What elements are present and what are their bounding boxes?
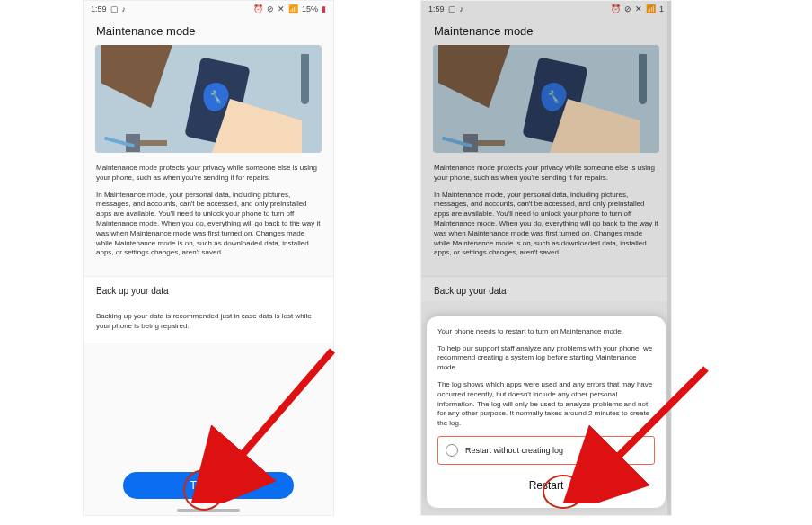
maintenance-illustration: 🔧 — [95, 45, 322, 153]
sheet-p2: To help our support staff analyze any pr… — [437, 344, 655, 373]
wrench-icon — [301, 54, 309, 104]
status-icon-media: ▢ — [448, 4, 456, 13]
mute-icon: ✕ — [278, 4, 285, 13]
dnd-icon: ⊘ — [267, 4, 274, 13]
backup-header: Back up your data — [84, 276, 333, 301]
description-p1: Maintenance mode protects your privacy w… — [96, 164, 321, 183]
wrench-icon — [639, 54, 647, 104]
backup-body: Backing up your data is recommended just… — [84, 301, 333, 343]
description-p1: Maintenance mode protects your privacy w… — [434, 164, 658, 183]
status-time: 1:59 — [91, 4, 107, 13]
status-icon-media: ▢ — [110, 4, 119, 13]
battery-text: 1 — [659, 4, 664, 13]
page-title: Maintenance mode — [421, 15, 671, 45]
sheet-p1: Your phone needs to restart to turn on M… — [437, 327, 655, 337]
battery-text: 15% — [302, 4, 318, 13]
hammer-icon — [131, 140, 167, 146]
signal-icon: 📶 — [288, 4, 298, 13]
dnd-icon: ⊘ — [624, 4, 631, 13]
description-text: Maintenance mode protects your privacy w… — [84, 153, 333, 276]
checkbox-circle-icon — [446, 444, 458, 457]
turn-on-button[interactable]: Turn on — [123, 472, 294, 499]
restart-button[interactable]: Restart — [437, 476, 655, 495]
status-bar: 1:59 ▢ ♪ ⏰ ⊘ ✕ 📶 1 — [421, 1, 671, 15]
checkbox-label: Restart without creating log — [465, 446, 563, 455]
status-time: 1:59 — [428, 4, 445, 13]
alarm-icon: ⏰ — [611, 4, 621, 13]
description-p2: In Maintenance mode, your personal data,… — [434, 191, 658, 259]
backup-header: Back up your data — [421, 276, 671, 301]
status-icon-music: ♪ — [460, 4, 464, 13]
screenshot-left: 1:59 ▢ ♪ ⏰ ⊘ ✕ 📶 15% ▮ Maintenance mode … — [83, 0, 334, 516]
alarm-icon: ⏰ — [253, 4, 263, 13]
restart-sheet: Your phone needs to restart to turn on M… — [427, 316, 666, 508]
restart-without-log-checkbox[interactable]: Restart without creating log — [437, 436, 655, 465]
nav-handle[interactable] — [177, 509, 240, 512]
signal-icon: 📶 — [646, 4, 656, 13]
hammer-icon — [469, 140, 505, 146]
mute-icon: ✕ — [635, 4, 642, 13]
page-title: Maintenance mode — [84, 15, 333, 45]
scrollbar[interactable] — [667, 1, 671, 515]
sheet-p3: The log shows which apps were used and a… — [437, 380, 655, 429]
status-bar: 1:59 ▢ ♪ ⏰ ⊘ ✕ 📶 15% ▮ — [84, 1, 333, 15]
description-text: Maintenance mode protects your privacy w… — [421, 153, 671, 276]
status-icon-music: ♪ — [122, 4, 127, 13]
maintenance-illustration: 🔧 — [433, 45, 659, 153]
screenshot-right: 1:59 ▢ ♪ ⏰ ⊘ ✕ 📶 1 Maintenance mode 🔧 Ma… — [420, 0, 672, 516]
description-p2: In Maintenance mode, your personal data,… — [96, 191, 321, 259]
battery-icon: ▮ — [322, 4, 326, 13]
